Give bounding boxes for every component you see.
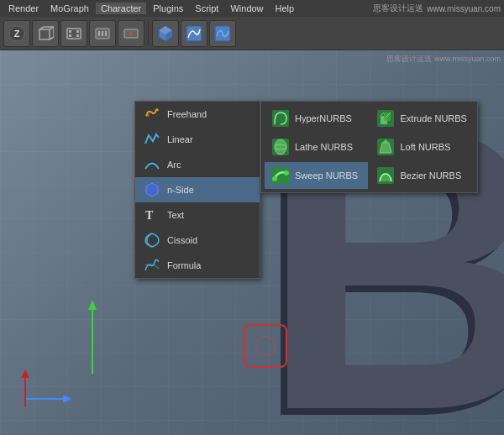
- hypernurbs-icon: [271, 109, 290, 128]
- menu-render[interactable]: Render: [3, 3, 44, 14]
- menu-mograph[interactable]: MoGraph: [45, 3, 94, 14]
- svg-rect-14: [98, 31, 100, 36]
- menu-character[interactable]: Character: [96, 3, 146, 14]
- axis-indicator: [17, 365, 84, 418]
- loftnurbs-icon: [376, 138, 395, 156]
- svg-rect-15: [102, 31, 103, 36]
- dropdown-menus: Freehand Linear Arc: [134, 101, 478, 279]
- svg-rect-12: [76, 34, 79, 37]
- watermark-overlay: 思客设计运送 www.missyuan.com: [386, 54, 501, 65]
- toolbar-spline-button[interactable]: [181, 20, 207, 47]
- nurbs-item-extrude[interactable]: Extrude NURBS: [370, 105, 473, 132]
- svg-rect-16: [105, 31, 107, 36]
- svg-text:T: T: [145, 209, 154, 222]
- menu-script[interactable]: Script: [190, 3, 223, 14]
- svg-point-30: [146, 113, 150, 117]
- formula-icon: [144, 257, 160, 274]
- nurbs-item-hyper[interactable]: HyperNURBS: [265, 105, 368, 132]
- svg-marker-25: [88, 300, 97, 310]
- menu-item-linear[interactable]: Linear: [135, 127, 260, 152]
- menu-item-freehand[interactable]: Freehand: [135, 102, 260, 127]
- svg-point-40: [275, 139, 286, 155]
- watermark: 思客设计运送 www.missyuan.com: [373, 3, 501, 14]
- menu-item-nside[interactable]: n-Side: [135, 177, 260, 202]
- menubar: Render MoGraph Character Plugins Script …: [0, 0, 504, 17]
- svg-rect-9: [69, 30, 71, 33]
- svg-marker-27: [63, 395, 71, 403]
- nurbs-menu[interactable]: HyperNURBS Extrude NURBS: [260, 101, 478, 193]
- svg-rect-8: [67, 29, 81, 39]
- nurbs-item-bezier[interactable]: Bezier NURBS: [370, 162, 473, 189]
- menu-item-cissoid[interactable]: Cissoid: [135, 228, 260, 253]
- cissoid-icon: [144, 232, 160, 249]
- toolbar-nurbs-button[interactable]: [209, 20, 236, 47]
- nurbs-item-sweep[interactable]: Sweep NURBS: [265, 162, 368, 189]
- menu-window[interactable]: Window: [225, 3, 268, 14]
- freehand-icon: [144, 106, 160, 123]
- circle-spline-inner: [255, 336, 276, 356]
- toolbar-cube-button[interactable]: [32, 20, 59, 47]
- menu-item-text[interactable]: T Text: [135, 202, 260, 228]
- svg-marker-29: [21, 369, 29, 378]
- arc-icon: [144, 156, 160, 173]
- nurbs-item-loft[interactable]: Loft NURBS: [370, 134, 473, 160]
- menu-help[interactable]: Help: [270, 3, 300, 14]
- beziernurbs-icon: [376, 166, 395, 185]
- svg-rect-22: [186, 26, 202, 41]
- toolbar: Z: [0, 17, 504, 50]
- sweepnurbs-icon: [271, 166, 290, 185]
- svg-rect-11: [69, 34, 71, 37]
- toolbar-z-button[interactable]: Z: [3, 20, 30, 47]
- toolbar-sep-1: [148, 22, 149, 45]
- toolbar-cube3d-button[interactable]: [152, 20, 179, 47]
- menu-item-arc[interactable]: Arc: [135, 152, 260, 177]
- menu-item-formula[interactable]: Formula: [135, 253, 260, 278]
- svg-point-45: [272, 176, 277, 181]
- svg-rect-10: [76, 30, 79, 33]
- svg-rect-2: [39, 29, 50, 39]
- spline-menu[interactable]: Freehand Linear Arc: [134, 101, 260, 279]
- text-icon: T: [144, 207, 160, 223]
- toolbar-film-button[interactable]: [60, 20, 87, 47]
- toolbar-record-button[interactable]: [118, 20, 144, 47]
- circle-spline-indicator[interactable]: [244, 324, 287, 368]
- linear-icon: [144, 131, 160, 148]
- menu-plugins[interactable]: Plugins: [148, 3, 188, 14]
- lathenurbs-icon: [271, 138, 290, 156]
- viewport[interactable]: B: [0, 50, 504, 435]
- nurbs-grid: HyperNURBS Extrude NURBS: [261, 102, 477, 192]
- y-axis-arrow: [84, 298, 101, 385]
- toolbar-keyframe-button[interactable]: [89, 20, 116, 47]
- nurbs-item-lathe[interactable]: Lathe NURBS: [265, 134, 368, 160]
- nside-icon: [144, 181, 160, 198]
- svg-point-46: [284, 170, 289, 176]
- extrudenurbs-icon: [376, 109, 395, 128]
- svg-marker-31: [146, 183, 158, 197]
- svg-text:Z: Z: [14, 29, 20, 39]
